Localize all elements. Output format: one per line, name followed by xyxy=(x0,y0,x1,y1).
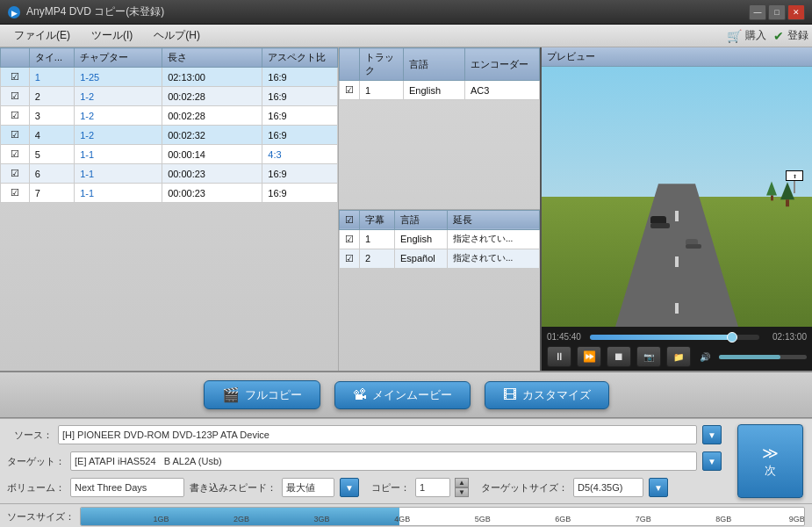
track-table: トラック 言語 エンコーダー ☑ 1 English AC3 xyxy=(339,47,540,100)
row-chapter: 1-25 xyxy=(75,68,162,87)
row-check[interactable]: ☑ xyxy=(1,68,30,87)
table-row[interactable]: ☑ 3 1-2 00:02:28 16:9 xyxy=(1,106,338,126)
source-dropdown-button[interactable]: ▼ xyxy=(702,425,722,444)
copy-decrement[interactable]: ▼ xyxy=(455,487,469,497)
row-chapter: 1-1 xyxy=(75,145,162,164)
progress-bar-container: 1GB 2GB 3GB 4GB 5GB 6GB 7GB 8GB 9GB xyxy=(80,507,805,526)
menu-file[interactable]: ファイル(E) xyxy=(4,25,81,46)
target-size-dropdown-button[interactable]: ▼ xyxy=(649,478,668,497)
target-size-input[interactable] xyxy=(573,478,643,497)
row-aspect: 16:9 xyxy=(262,106,338,126)
next-button[interactable]: ≫ 次 xyxy=(737,424,803,498)
time-total: 02:13:00 xyxy=(763,332,807,342)
th-type: タイ... xyxy=(29,48,74,68)
buy-button[interactable]: 🛒 購入 xyxy=(727,28,766,43)
main-movie-button[interactable]: 📽 メインムービー xyxy=(334,381,471,409)
timeline-handle[interactable] xyxy=(727,332,737,343)
tick-9: 9GB xyxy=(789,515,805,523)
copy-label: コピー： xyxy=(371,481,410,495)
table-row[interactable]: ☑ 1 English 指定されてい... xyxy=(340,229,540,249)
register-button[interactable]: ✔ 登録 xyxy=(773,28,808,43)
table-row[interactable]: ☑ 1 1-25 02:13:00 16:9 xyxy=(1,68,338,87)
source-input[interactable] xyxy=(58,425,697,444)
full-copy-label: フルコピー xyxy=(245,387,302,403)
copy-input[interactable] xyxy=(415,478,450,497)
timeline-bar[interactable] xyxy=(590,335,759,340)
menu-tools[interactable]: ツール(I) xyxy=(81,25,143,46)
customize-label: カスタマイズ xyxy=(522,387,591,403)
row-check[interactable]: ☑ xyxy=(1,184,30,203)
row-check[interactable]: ☑ xyxy=(340,229,360,249)
folder-button[interactable]: 📁 xyxy=(666,346,691,367)
target-size-label: ターゲットサイズ： xyxy=(481,481,568,495)
write-speed-input[interactable] xyxy=(282,478,334,497)
row-type: 6 xyxy=(29,164,74,184)
table-row[interactable]: ☑ 2 Español 指定されてい... xyxy=(340,249,540,268)
source-size-label: ソースサイズ： xyxy=(7,510,75,523)
row-encoder: AC3 xyxy=(465,81,540,100)
row-type: 4 xyxy=(29,126,74,145)
th-track: トラック xyxy=(360,48,404,81)
folder-icon: 📁 xyxy=(673,352,684,362)
row-length: 00:02:28 xyxy=(162,87,262,106)
target-label: ターゲット： xyxy=(7,455,65,468)
th-encoder: エンコーダー xyxy=(465,48,540,81)
row-chapter: 1-2 xyxy=(75,106,162,126)
row-chapter: 1-1 xyxy=(75,164,162,184)
source-label: ソース： xyxy=(7,429,53,442)
write-speed-dropdown-button[interactable]: ▼ xyxy=(340,478,359,497)
pause-button[interactable]: ⏸ xyxy=(547,346,571,367)
tick-7: 7GB xyxy=(636,515,651,523)
row-check[interactable]: ☑ xyxy=(340,81,360,100)
main-table: タイ... チャプター 長さ アスペクト比 ☑ 1 1-25 02:13:00 … xyxy=(0,47,338,203)
row-check[interactable]: ☑ xyxy=(340,249,360,268)
row-aspect: 16:9 xyxy=(262,87,338,106)
movie-icon: 📽 xyxy=(353,387,367,403)
row-check[interactable]: ☑ xyxy=(1,106,30,126)
timeline: 01:45:40 02:13:00 xyxy=(547,330,807,343)
target-dropdown-button[interactable]: ▼ xyxy=(702,451,722,471)
controls-bar: 01:45:40 02:13:00 ⏸ ⏩ ⏹ 📷 xyxy=(542,327,812,371)
tick-6: 6GB xyxy=(555,515,571,523)
table-row[interactable]: ☑ 5 1-1 00:00:14 4:3 xyxy=(1,145,338,164)
row-check[interactable]: ☑ xyxy=(1,87,30,106)
th-check xyxy=(340,48,360,81)
minimize-button[interactable]: — xyxy=(749,4,766,20)
track-section: トラック 言語 エンコーダー ☑ 1 English AC3 xyxy=(339,47,540,209)
row-aspect: 16:9 xyxy=(262,184,338,203)
row-length: 00:00:23 xyxy=(162,164,262,184)
row-check[interactable]: ☑ xyxy=(1,164,30,184)
action-buttons: 🎬 フルコピー 📽 メインムービー 🎞 カスタマイズ xyxy=(0,372,812,418)
buy-label: 購入 xyxy=(745,28,766,43)
th-check: ☑ xyxy=(340,210,360,229)
tick-8: 8GB xyxy=(715,515,731,523)
center-panel: トラック 言語 エンコーダー ☑ 1 English AC3 xyxy=(338,47,540,371)
stop-button[interactable]: ⏹ xyxy=(607,346,631,367)
row-ext: 指定されてい... xyxy=(448,249,540,268)
main-movie-label: メインムービー xyxy=(372,387,452,403)
table-row[interactable]: ☑ 1 English AC3 xyxy=(340,81,540,100)
volume-icon: 🔊 xyxy=(700,352,710,362)
screenshot-button[interactable]: 📷 xyxy=(636,346,661,367)
volume-bar[interactable] xyxy=(719,355,807,359)
table-row[interactable]: ☑ 6 1-1 00:00:23 16:9 xyxy=(1,164,338,184)
volume-input[interactable] xyxy=(70,478,184,497)
row-check[interactable]: ☑ xyxy=(1,145,30,164)
table-row[interactable]: ☑ 4 1-2 00:02:32 16:9 xyxy=(1,126,338,145)
customize-button[interactable]: 🎞 カスタマイズ xyxy=(485,381,609,409)
progress-fill xyxy=(81,508,399,525)
row-lang: Español xyxy=(395,249,448,268)
row-check[interactable]: ☑ xyxy=(1,126,30,145)
menu-help[interactable]: ヘルプ(H) xyxy=(143,25,211,46)
table-row[interactable]: ☑ 7 1-1 00:00:23 16:9 xyxy=(1,184,338,203)
target-input[interactable] xyxy=(70,451,697,471)
table-row[interactable]: ☑ 2 1-2 00:02:28 16:9 xyxy=(1,87,338,106)
th-subtitle: 字幕 xyxy=(360,210,395,229)
maximize-button[interactable]: □ xyxy=(768,4,786,20)
copy-increment[interactable]: ▲ xyxy=(455,478,469,487)
row-aspect: 16:9 xyxy=(262,68,338,87)
full-copy-button[interactable]: 🎬 フルコピー xyxy=(204,380,320,409)
close-button[interactable]: ✕ xyxy=(787,4,805,20)
fast-forward-button[interactable]: ⏩ xyxy=(577,346,601,367)
th-chapter: チャプター xyxy=(75,48,162,68)
